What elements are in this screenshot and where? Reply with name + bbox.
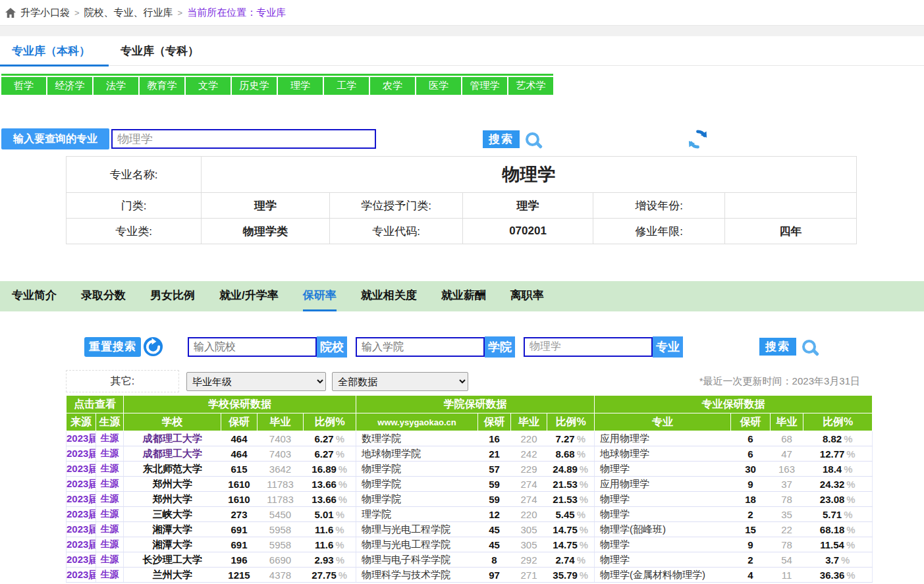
school-link[interactable]: 长沙理工大学 [124,552,221,568]
college-grad-count: 274 [511,492,547,507]
school-grad-count: 11783 [258,477,304,492]
source-link[interactable]: 2023届 [67,568,96,583]
school-link[interactable]: 湘潭大学 [124,537,221,552]
source-link[interactable]: 2023届 [67,446,96,462]
major-name: 物理学(韶峰班) [595,522,731,537]
school-filter-input[interactable] [188,337,317,357]
search-button[interactable]: 搜索 [483,130,520,148]
magnifier-icon[interactable] [526,132,539,146]
category-button-7[interactable]: 理学 [278,77,323,95]
study-years-label: 修业年限: [593,219,725,244]
category-button-8[interactable]: 工学 [324,77,369,95]
tab-major-library-vocational[interactable]: 专业库（专科） [121,36,199,66]
data-scope-select[interactable]: 全部数据 [332,372,468,391]
origin-link[interactable]: 生源 [96,552,124,568]
col-header-school: 学校 [124,413,221,431]
section-tab[interactable]: 专业简介 [12,281,57,311]
category-button-9[interactable]: 农学 [370,77,415,95]
major-ratio: 11.54% [803,537,873,552]
major-search-row: 输入要查询的专业 搜索 [1,128,924,150]
origin-link[interactable]: 生源 [96,522,124,537]
category-button-2[interactable]: 经济学 [47,77,92,95]
major-class-label: 专业类: [67,219,202,244]
tab-major-library-undergraduate[interactable]: 专业库（本科） [12,36,90,66]
category-button-3[interactable]: 法学 [94,77,138,95]
origin-link[interactable]: 生源 [96,537,124,552]
major-baoyan-count: 18 [731,492,771,507]
col-header-major-baoyan: 保研 [731,413,771,431]
col-header-college-grad: 毕业 [511,413,547,431]
source-link[interactable]: 2023届 [67,462,96,477]
source-link[interactable]: 2023届 [67,507,96,522]
college-baoyan-count: 97 [478,568,511,583]
breadcrumb-site[interactable]: 升学小口袋 [20,7,70,19]
category-button-10[interactable]: 医学 [416,77,461,95]
breadcrumb-section[interactable]: 院校、专业、行业库 [84,7,173,19]
reset-search-button[interactable]: 重置搜索 [84,337,141,357]
section-tab[interactable]: 就业相关度 [361,281,417,311]
refresh-icon[interactable] [688,129,708,149]
major-grad-count: 37 [771,477,803,492]
section-tab[interactable]: 就业/升学率 [219,281,279,311]
category-button-12[interactable]: 艺术学 [508,77,553,95]
school-link[interactable]: 兰州大学 [124,568,221,583]
section-tab[interactable]: 保研率 [303,281,337,311]
category-button-6[interactable]: 历史学 [232,77,277,95]
school-link[interactable]: 三峡大学 [124,507,221,522]
college-filter-input[interactable] [356,337,485,357]
section-tab[interactable]: 离职率 [510,281,544,311]
college-ratio: 14.75% [547,522,595,537]
origin-link[interactable]: 生源 [96,477,124,492]
college-name: 地球物理学院 [356,446,478,462]
origin-link[interactable]: 生源 [96,462,124,477]
major-search-input[interactable] [111,129,376,149]
table-row: 2023届生源成都理工大学46474036.27%数理学院162207.27%应… [67,431,873,446]
origin-link[interactable]: 生源 [96,568,124,583]
category-bar: 哲学经济学法学教育学文学历史学理学工学农学医学管理学艺术学 [1,74,553,95]
section-tab[interactable]: 录取分数 [81,281,126,311]
source-link[interactable]: 2023届 [67,477,96,492]
major-filter-input[interactable] [524,337,653,357]
degree-category-label: 学位授予门类: [330,193,463,219]
college-ratio: 8.68% [547,446,595,462]
source-link[interactable]: 2023届 [67,431,96,446]
col-header-source: 来源 [67,413,96,431]
origin-link[interactable]: 生源 [96,492,124,507]
college-name: 物理与光电工程学院 [356,537,478,552]
section-tab[interactable]: 就业薪酬 [441,281,486,311]
school-link[interactable]: 成都理工大学 [124,431,221,446]
school-link[interactable]: 成都理工大学 [124,446,221,462]
source-link[interactable]: 2023届 [67,537,96,552]
graduation-year-select[interactable]: 毕业年级 [186,372,326,391]
filter-search-button[interactable]: 搜索 [759,338,796,356]
category-button-1[interactable]: 哲学 [1,77,46,95]
source-link[interactable]: 2023届 [67,522,96,537]
category-button-11[interactable]: 管理学 [462,77,507,95]
college-baoyan-count: 45 [478,537,511,552]
major-name: 物理学 [595,552,731,568]
college-filter-button[interactable]: 学院 [485,336,515,358]
reset-icon[interactable] [143,336,163,357]
origin-link[interactable]: 生源 [96,431,124,446]
school-link[interactable]: 东北师范大学 [124,462,221,477]
table-row: 2023届生源东北师范大学615364216.89%物理学院5722924.89… [67,462,873,477]
source-link[interactable]: 2023届 [67,492,96,507]
college-grad-count: 229 [511,462,547,477]
school-link[interactable]: 湘潭大学 [124,522,221,537]
school-baoyan-count: 464 [221,431,258,446]
school-link[interactable]: 郑州大学 [124,492,221,507]
category-button-5[interactable]: 文学 [186,77,231,95]
group-header-school-data: 学校保研数据 [124,396,356,413]
origin-link[interactable]: 生源 [96,507,124,522]
category-button-4[interactable]: 教育学 [140,77,184,95]
major-filter-button[interactable]: 专业 [653,336,683,358]
home-icon[interactable] [5,8,16,18]
source-link[interactable]: 2023届 [67,552,96,568]
college-name: 数理学院 [356,431,478,446]
origin-link[interactable]: 生源 [96,446,124,462]
school-filter-button[interactable]: 院校 [317,336,347,358]
filter-magnifier-icon[interactable] [802,340,816,354]
section-tab-bar: 专业简介录取分数男女比例就业/升学率保研率就业相关度就业薪酬离职率 [0,281,924,311]
school-link[interactable]: 郑州大学 [124,477,221,492]
section-tab[interactable]: 男女比例 [150,281,195,311]
